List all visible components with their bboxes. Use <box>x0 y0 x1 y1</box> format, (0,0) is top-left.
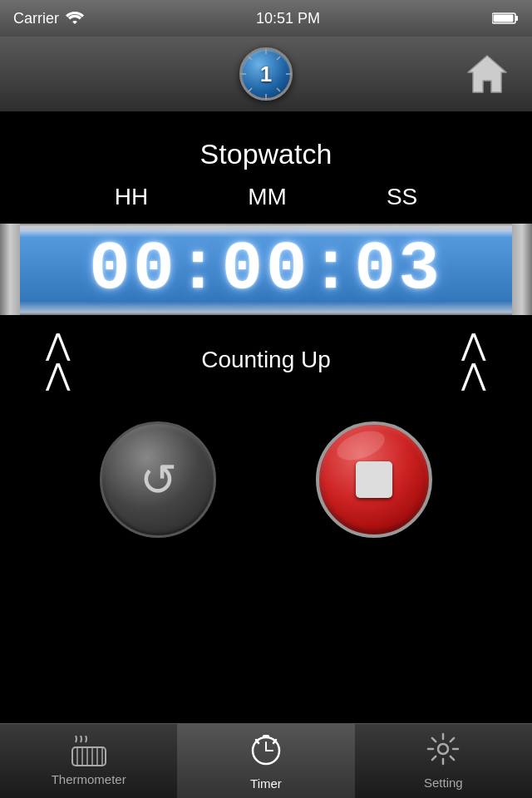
tab-setting[interactable]: Setting <box>355 724 532 798</box>
main-content: Stopwatch HH MM SS 00:00:03 ⋀⋀ Counting … <box>0 111 532 571</box>
display-edge-right <box>512 224 532 315</box>
svg-line-33 <box>432 756 436 760</box>
carrier-label: Carrier <box>13 10 59 27</box>
thermometer-tab-label: Thermometer <box>52 772 126 786</box>
counting-section: ⋀⋀ Counting Up ⋀⋀ <box>0 315 532 405</box>
stopwatch-title: Stopwatch <box>0 111 532 184</box>
status-right <box>492 12 519 25</box>
svg-rect-1 <box>515 16 518 21</box>
home-button[interactable] <box>462 49 512 99</box>
svg-rect-22 <box>263 735 269 737</box>
mm-label: MM <box>248 184 287 210</box>
timer-icon <box>249 732 283 773</box>
display-container: 00:00:03 <box>0 224 532 315</box>
reset-button[interactable]: ↺ <box>100 421 216 538</box>
counting-mode-label: Counting Up <box>201 347 331 373</box>
home-icon <box>466 52 508 96</box>
setting-tab-label: Setting <box>424 776 463 790</box>
thermometer-icon <box>71 736 107 769</box>
status-time: 10:51 PM <box>256 10 320 27</box>
badge-button[interactable]: 1 <box>239 47 293 101</box>
svg-line-10 <box>277 88 280 91</box>
buttons-row: ↺ <box>0 405 532 571</box>
svg-line-8 <box>277 57 280 60</box>
settings-icon <box>426 732 460 772</box>
svg-line-7 <box>249 57 252 60</box>
svg-rect-2 <box>494 15 514 22</box>
header: 1 <box>0 37 532 111</box>
chevron-right-icon: ⋀⋀ <box>461 330 486 390</box>
svg-line-9 <box>249 88 252 91</box>
time-labels: HH MM SS <box>0 184 532 224</box>
svg-line-30 <box>432 738 436 741</box>
battery-icon <box>492 12 519 25</box>
chevron-left-button[interactable]: ⋀⋀ <box>33 335 83 385</box>
svg-marker-11 <box>468 56 506 92</box>
digital-time-display: 00:00:03 <box>89 231 443 308</box>
tab-timer[interactable]: Timer <box>177 724 354 798</box>
tab-thermometer[interactable]: Thermometer <box>0 724 177 798</box>
status-bar: Carrier 10:51 PM <box>0 0 532 37</box>
stop-button[interactable] <box>316 421 432 538</box>
svg-point-25 <box>438 744 448 754</box>
svg-line-32 <box>451 738 454 741</box>
wifi-icon <box>66 12 84 25</box>
dial-decoration <box>239 47 293 101</box>
ss-label: SS <box>387 184 417 210</box>
stop-icon <box>356 461 392 498</box>
hh-label: HH <box>115 184 148 210</box>
svg-line-31 <box>451 756 454 760</box>
reset-icon: ↺ <box>140 454 177 506</box>
display-edge-left <box>0 224 20 315</box>
chevron-left-icon: ⋀⋀ <box>46 330 71 390</box>
tab-bar: Thermometer Timer <box>0 723 532 798</box>
chevron-right-button[interactable]: ⋀⋀ <box>449 335 499 385</box>
status-left: Carrier <box>13 10 84 27</box>
timer-tab-label: Timer <box>250 776 282 791</box>
